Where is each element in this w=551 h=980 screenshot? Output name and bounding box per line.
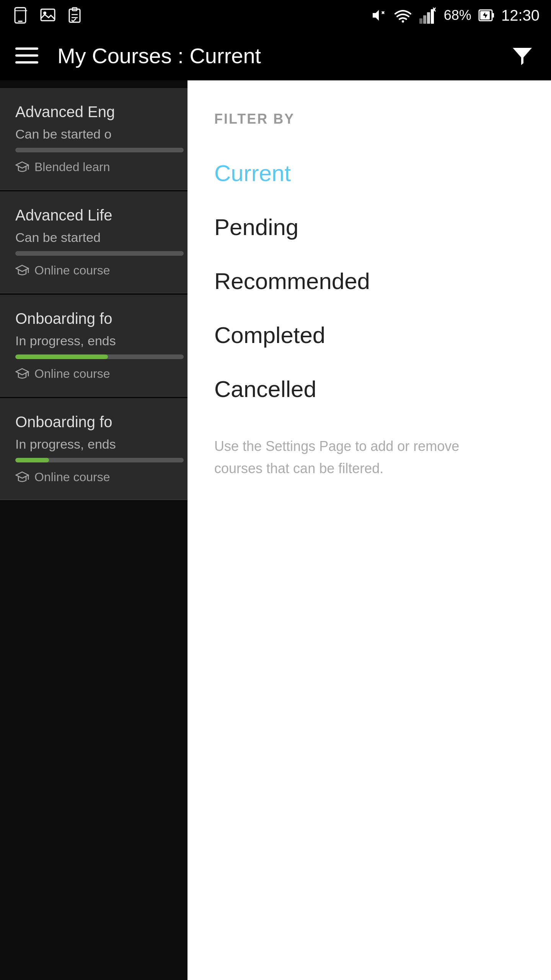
course-status: In progress, ends	[15, 437, 184, 452]
course-title: Advanced Eng	[15, 103, 184, 121]
filter-option-current[interactable]: Current	[214, 146, 524, 200]
time-display: 12:30	[501, 7, 540, 24]
filter-option-pending[interactable]: Pending	[214, 200, 524, 254]
course-title: Onboarding fo	[15, 413, 184, 431]
course-status: Can be started	[15, 230, 184, 245]
status-bar-right: 68% 12:30	[370, 7, 540, 24]
clipboard-icon	[65, 6, 84, 25]
progress-fill	[15, 458, 49, 462]
background-content: Advanced Eng Can be started o Blended le…	[0, 80, 199, 980]
course-status: Can be started o	[15, 127, 184, 142]
filter-options: CurrentPendingRecommendedCompletedCancel…	[214, 146, 524, 416]
course-type: Online course	[15, 470, 184, 484]
svg-rect-3	[41, 9, 55, 21]
status-bar-left	[11, 6, 84, 25]
filter-option-recommended[interactable]: Recommended	[214, 254, 524, 308]
course-title: Onboarding fo	[15, 310, 184, 327]
wifi-icon	[393, 7, 412, 24]
filter-option-cancelled[interactable]: Cancelled	[214, 362, 524, 416]
progress-bar	[15, 354, 184, 359]
image-icon	[38, 6, 57, 25]
progress-bar	[15, 148, 184, 152]
filter-label: FILTER BY	[214, 111, 524, 127]
filter-hint: Use the Settings Page to add or removeco…	[214, 435, 524, 479]
course-type: Online course	[15, 367, 184, 381]
nav-bar: My Courses : Current	[0, 31, 551, 80]
course-list: Advanced Eng Can be started o Blended le…	[0, 80, 199, 509]
course-status: In progress, ends	[15, 333, 184, 348]
course-title: Advanced Life	[15, 207, 184, 224]
list-item: Advanced Eng Can be started o Blended le…	[0, 88, 199, 190]
filter-panel: FILTER BY CurrentPendingRecommendedCompl…	[187, 80, 551, 980]
battery-icon	[478, 7, 494, 24]
course-type: Online course	[15, 263, 184, 278]
course-type: Blended learn	[15, 160, 184, 174]
svg-rect-19	[492, 13, 494, 18]
hamburger-menu-button[interactable]	[15, 42, 42, 69]
svg-point-11	[402, 20, 404, 23]
page-title: My Courses : Current	[57, 43, 509, 68]
list-item: Onboarding fo In progress, ends Online c…	[0, 295, 199, 397]
status-bar: 68% 12:30	[0, 0, 551, 31]
progress-bar	[15, 458, 184, 462]
phone-icon	[11, 6, 31, 25]
progress-fill	[15, 354, 108, 359]
svg-rect-14	[427, 12, 430, 24]
svg-rect-1	[18, 21, 23, 22]
svg-rect-13	[423, 15, 426, 24]
list-item: Onboarding fo In progress, ends Online c…	[0, 398, 199, 500]
battery-percentage: 68%	[444, 7, 471, 23]
list-item: Advanced Life Can be started Online cour…	[0, 191, 199, 293]
svg-rect-12	[419, 18, 422, 24]
filter-option-completed[interactable]: Completed	[214, 308, 524, 362]
progress-bar	[15, 251, 184, 256]
filter-button[interactable]	[509, 42, 536, 69]
signal-icon	[419, 7, 437, 24]
mute-icon	[370, 7, 386, 24]
